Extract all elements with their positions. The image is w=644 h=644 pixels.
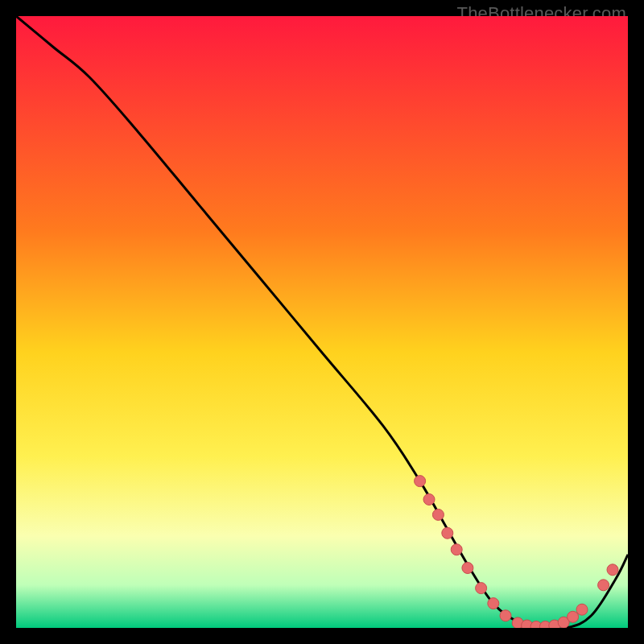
data-point: [607, 564, 618, 576]
data-point: [432, 509, 444, 520]
data-point: [568, 611, 579, 622]
data-point: [576, 604, 588, 615]
data-point: [488, 598, 499, 609]
data-point: [476, 583, 487, 594]
chart-svg: [16, 16, 628, 628]
heat-gradient-rect: [16, 16, 628, 628]
data-point: [423, 493, 435, 505]
data-point: [442, 527, 453, 539]
data-point: [500, 610, 511, 621]
bottleneck-chart: [16, 16, 628, 628]
data-point: [462, 563, 473, 574]
chart-stage: TheBottlenecker.com: [0, 0, 644, 644]
data-point: [598, 580, 609, 591]
data-point: [451, 544, 462, 555]
data-point: [415, 476, 426, 487]
